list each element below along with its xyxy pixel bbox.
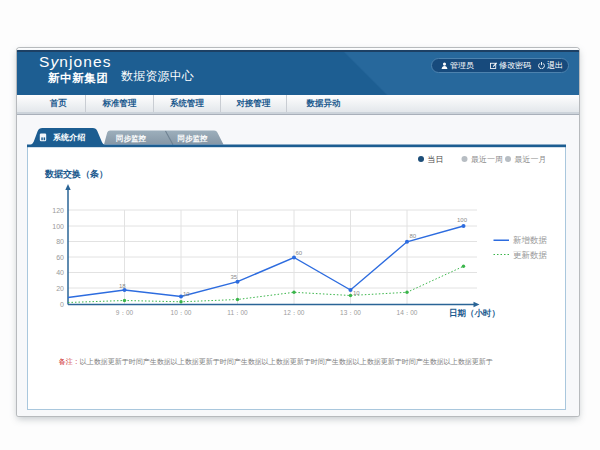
- svg-text:35: 35: [231, 274, 238, 280]
- svg-text:60: 60: [56, 254, 64, 261]
- svg-text:同步监控: 同步监控: [116, 134, 147, 143]
- svg-text:100: 100: [457, 217, 468, 223]
- svg-text:当日: 当日: [428, 155, 444, 164]
- svg-text:0: 0: [60, 301, 64, 308]
- svg-text:14：00: 14：00: [397, 309, 418, 316]
- svg-text:10: 10: [183, 291, 190, 297]
- svg-text:11：00: 11：00: [227, 309, 248, 316]
- svg-text:10：00: 10：00: [171, 309, 192, 316]
- svg-text:新增数据: 新增数据: [513, 235, 548, 245]
- svg-text:备注：以上数据更新于时间产生数据以上数据更新于时间产生数据以: 备注：以上数据更新于时间产生数据以上数据更新于时间产生数据以上数据更新于时间产生…: [59, 357, 493, 366]
- svg-text:100: 100: [52, 223, 64, 230]
- svg-text:80: 80: [56, 238, 64, 245]
- svg-text:12：00: 12：00: [284, 309, 305, 316]
- svg-text:60: 60: [296, 250, 303, 256]
- svg-text:80: 80: [410, 233, 417, 239]
- svg-text:20: 20: [56, 285, 64, 292]
- svg-text:系统介绍: 系统介绍: [52, 132, 85, 142]
- svg-text:更新数据: 更新数据: [513, 250, 548, 260]
- svg-text:13：00: 13：00: [340, 309, 361, 316]
- svg-text:日期（小时）: 日期（小时）: [449, 308, 500, 318]
- svg-text:120: 120: [52, 207, 64, 214]
- svg-text:同步监控: 同步监控: [178, 134, 209, 143]
- svg-text:最近一月: 最近一月: [515, 155, 547, 164]
- svg-text:最近一周: 最近一周: [471, 155, 503, 164]
- svg-text:数据交换（条）: 数据交换（条）: [44, 169, 108, 179]
- svg-text:9：00: 9：00: [116, 309, 134, 316]
- svg-text:18: 18: [119, 283, 126, 289]
- svg-text:40: 40: [56, 269, 64, 276]
- svg-text:10: 10: [353, 290, 360, 296]
